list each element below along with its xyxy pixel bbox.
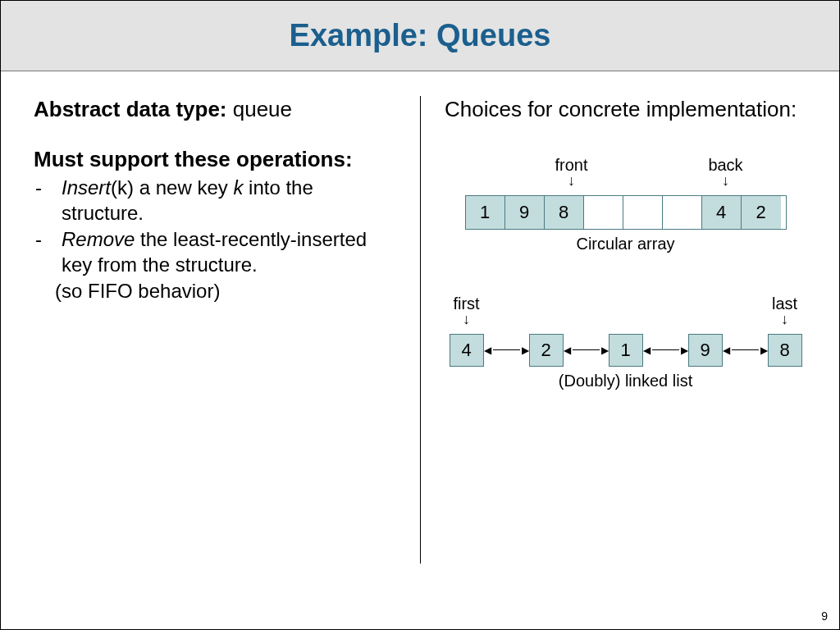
circular-array-caption: Circular array: [465, 235, 787, 253]
array-cell: 1: [466, 196, 505, 229]
ops-heading: Must support these operations:: [34, 146, 395, 173]
circular-array-diagram: front ↓ back ↓ 1 9 8: [445, 156, 806, 253]
impl-heading: Choices for concrete implementation:: [445, 96, 806, 123]
front-pointer: front ↓: [547, 156, 596, 186]
linked-list-row: 4 ◀▶ 2 ◀▶ 1 ◀▶ 9 ◀▶ 8: [450, 334, 802, 367]
slide-title: Example: Queues: [290, 18, 551, 53]
op-note: (so FIFO behavior): [55, 280, 395, 303]
op-insert: - Insert(k) a new key k into the structu…: [34, 176, 395, 226]
adt-label: Abstract data type:: [34, 97, 227, 121]
adt-heading: Abstract data type: queue: [34, 96, 395, 123]
ops-list: - Insert(k) a new key k into the structu…: [34, 176, 395, 303]
down-arrow-icon: ↓: [701, 175, 751, 186]
down-arrow-icon: ↓: [547, 175, 596, 186]
double-link-icon: ◀▶: [723, 345, 768, 356]
array-cells: 1 9 8 4 2: [465, 195, 787, 230]
list-node: 4: [450, 334, 484, 367]
array-cell: [623, 196, 663, 229]
list-node: 1: [609, 334, 643, 367]
array-cell: [584, 196, 623, 229]
array-cell: 8: [545, 196, 584, 229]
slide-body: Abstract data type: queue Must support t…: [1, 71, 839, 596]
back-pointer: back ↓: [701, 156, 751, 186]
last-pointer: last ↓: [766, 294, 804, 325]
list-node: 9: [688, 334, 723, 367]
linked-list-caption: (Doubly) linked list: [450, 372, 802, 390]
first-pointer: first ↓: [448, 294, 486, 325]
down-arrow-icon: ↓: [766, 313, 804, 325]
double-link-icon: ◀▶: [564, 345, 609, 356]
down-arrow-icon: ↓: [448, 313, 486, 325]
slide: Example: Queues Abstract data type: queu…: [0, 0, 840, 630]
array-cell: 9: [505, 196, 545, 229]
double-link-icon: ◀▶: [484, 345, 529, 356]
double-link-icon: ◀▶: [643, 345, 688, 356]
linked-list-diagram: first ↓ last ↓ 4 ◀▶ 2 ◀▶ 1 ◀▶ 9 ◀: [450, 294, 802, 390]
array-cell: 4: [702, 196, 742, 229]
array-cell: [663, 196, 702, 229]
op-remove: - Remove the least-recently-inserted key…: [34, 227, 395, 277]
list-node: 8: [768, 334, 802, 367]
column-divider: [420, 96, 421, 564]
adt-value: queue: [233, 97, 292, 121]
right-column: Choices for concrete implementation: fro…: [420, 96, 806, 588]
left-column: Abstract data type: queue Must support t…: [34, 96, 420, 588]
title-bar: Example: Queues: [1, 1, 839, 71]
page-number: 9: [821, 609, 828, 623]
list-node: 2: [529, 334, 564, 367]
array-cell: 2: [742, 196, 781, 229]
